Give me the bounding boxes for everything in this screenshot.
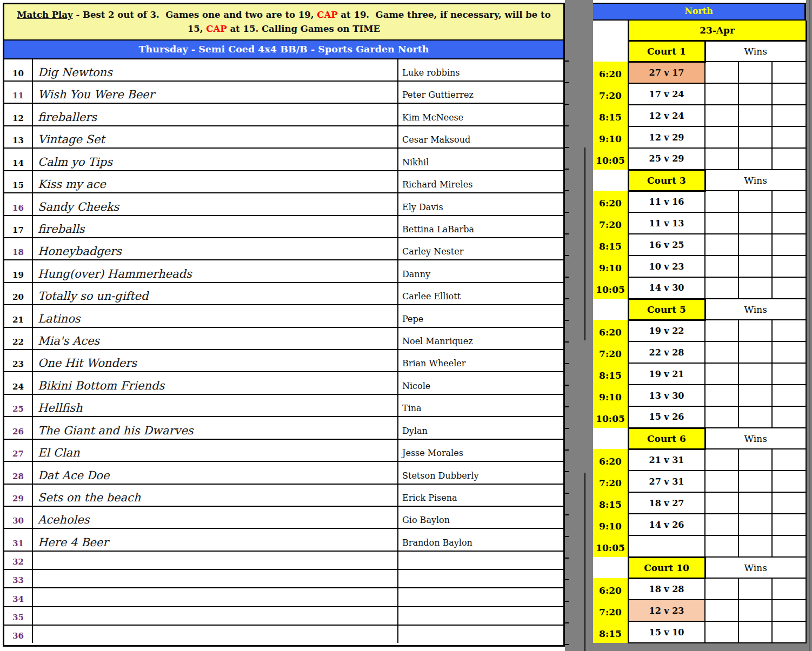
match-cell[interactable]: 14 v 30 bbox=[628, 277, 705, 299]
win-cell[interactable] bbox=[738, 62, 772, 83]
team-name-cell[interactable]: Latinos bbox=[32, 305, 398, 327]
captain-cell[interactable]: Peter Guttierrez bbox=[398, 81, 563, 103]
captain-cell[interactable] bbox=[398, 588, 563, 606]
captain-cell[interactable]: Ely Davis bbox=[398, 193, 563, 215]
win-cell[interactable] bbox=[772, 212, 806, 234]
match-cell[interactable]: 21 v 31 bbox=[628, 449, 705, 471]
win-cell[interactable] bbox=[772, 83, 806, 105]
captain-cell[interactable]: Nicole bbox=[398, 372, 563, 394]
match-cell[interactable]: 18 v 27 bbox=[628, 492, 705, 514]
team-name-cell[interactable]: One Hit Wonders bbox=[32, 350, 398, 372]
win-cell[interactable] bbox=[772, 492, 806, 514]
team-name-cell[interactable]: Kiss my ace bbox=[32, 171, 398, 193]
win-cell[interactable] bbox=[705, 600, 738, 621]
team-name-cell[interactable]: The Giant and his Dwarves bbox=[32, 417, 398, 439]
win-cell[interactable] bbox=[772, 105, 806, 126]
match-cell[interactable]: 15 v 26 bbox=[628, 406, 705, 428]
team-name-cell[interactable] bbox=[32, 588, 398, 606]
team-name-cell[interactable]: Dig Newtons bbox=[32, 59, 398, 81]
captain-cell[interactable]: Jesse Morales bbox=[398, 439, 563, 461]
win-cell[interactable] bbox=[705, 535, 738, 557]
team-name-cell[interactable] bbox=[32, 625, 398, 643]
win-cell[interactable] bbox=[705, 234, 738, 256]
win-cell[interactable] bbox=[772, 191, 806, 212]
win-cell[interactable] bbox=[738, 600, 772, 621]
team-name-cell[interactable]: El Clan bbox=[32, 439, 398, 461]
match-cell[interactable]: 25 v 29 bbox=[628, 148, 705, 170]
captain-cell[interactable]: Erick Pisena bbox=[398, 484, 563, 506]
captain-cell[interactable]: Danny bbox=[398, 260, 563, 282]
match-cell[interactable]: 19 v 22 bbox=[628, 320, 705, 341]
win-cell[interactable] bbox=[772, 256, 806, 277]
captain-cell[interactable]: Luke robbins bbox=[398, 59, 563, 81]
win-cell[interactable] bbox=[738, 83, 772, 105]
win-cell[interactable] bbox=[738, 514, 772, 535]
win-cell[interactable] bbox=[772, 578, 806, 600]
match-cell[interactable]: 12 v 23 bbox=[628, 600, 705, 621]
captain-cell[interactable]: Brandon Baylon bbox=[398, 528, 563, 551]
win-cell[interactable] bbox=[705, 148, 738, 170]
win-cell[interactable] bbox=[772, 363, 806, 385]
captain-cell[interactable]: Noel Manriquez bbox=[398, 327, 563, 350]
captain-cell[interactable]: Pepe bbox=[398, 305, 563, 327]
win-cell[interactable] bbox=[738, 578, 772, 600]
win-cell[interactable] bbox=[738, 492, 772, 514]
team-name-cell[interactable] bbox=[32, 607, 398, 625]
captain-cell[interactable] bbox=[398, 551, 563, 569]
match-cell[interactable]: 13 v 30 bbox=[628, 385, 705, 406]
win-cell[interactable] bbox=[705, 363, 738, 385]
win-cell[interactable] bbox=[772, 406, 806, 428]
team-name-cell[interactable]: Here 4 Beer bbox=[32, 528, 398, 551]
win-cell[interactable] bbox=[738, 363, 772, 385]
win-cell[interactable] bbox=[738, 471, 772, 492]
captain-cell[interactable]: Carlee Elliott bbox=[398, 283, 563, 305]
team-name-cell[interactable]: Mia's Aces bbox=[32, 327, 398, 350]
win-cell[interactable] bbox=[738, 320, 772, 341]
win-cell[interactable] bbox=[738, 535, 772, 557]
win-cell[interactable] bbox=[738, 406, 772, 428]
match-cell[interactable]: 12 v 24 bbox=[628, 105, 705, 126]
team-name-cell[interactable]: Sandy Cheeks bbox=[32, 193, 398, 215]
win-cell[interactable] bbox=[772, 320, 806, 341]
win-cell[interactable] bbox=[772, 148, 806, 170]
win-cell[interactable] bbox=[772, 535, 806, 557]
win-cell[interactable] bbox=[772, 471, 806, 492]
win-cell[interactable] bbox=[705, 492, 738, 514]
win-cell[interactable] bbox=[738, 341, 772, 363]
team-name-cell[interactable]: fireballs bbox=[32, 216, 398, 238]
win-cell[interactable] bbox=[738, 212, 772, 234]
win-cell[interactable] bbox=[738, 191, 772, 212]
win-cell[interactable] bbox=[738, 277, 772, 299]
win-cell[interactable] bbox=[772, 62, 806, 83]
match-cell[interactable] bbox=[628, 535, 705, 557]
match-cell[interactable]: 12 v 29 bbox=[628, 126, 705, 148]
win-cell[interactable] bbox=[772, 514, 806, 535]
match-cell[interactable]: 17 v 24 bbox=[628, 83, 705, 105]
team-name-cell[interactable]: fireballers bbox=[32, 103, 398, 125]
captain-cell[interactable]: Cesar Maksoud bbox=[398, 126, 563, 148]
team-name-cell[interactable]: Honeybadgers bbox=[32, 238, 398, 260]
match-cell[interactable]: 22 v 28 bbox=[628, 341, 705, 363]
win-cell[interactable] bbox=[772, 234, 806, 256]
win-cell[interactable] bbox=[772, 621, 806, 643]
win-cell[interactable] bbox=[705, 385, 738, 406]
captain-cell[interactable]: Nikhil bbox=[398, 148, 563, 170]
match-cell[interactable]: 14 v 26 bbox=[628, 514, 705, 535]
captain-cell[interactable] bbox=[398, 607, 563, 625]
win-cell[interactable] bbox=[705, 578, 738, 600]
captain-cell[interactable]: Carley Nester bbox=[398, 238, 563, 260]
captain-cell[interactable]: Brian Wheeler bbox=[398, 350, 563, 372]
win-cell[interactable] bbox=[738, 256, 772, 277]
team-name-cell[interactable]: Hellfish bbox=[32, 394, 398, 417]
win-cell[interactable] bbox=[772, 341, 806, 363]
win-cell[interactable] bbox=[705, 406, 738, 428]
win-cell[interactable] bbox=[705, 256, 738, 277]
captain-cell[interactable]: Stetson Dubberly bbox=[398, 461, 563, 484]
win-cell[interactable] bbox=[705, 105, 738, 126]
win-cell[interactable] bbox=[705, 320, 738, 341]
team-name-cell[interactable]: Aceholes bbox=[32, 506, 398, 528]
team-name-cell[interactable]: Bikini Bottom Friends bbox=[32, 372, 398, 394]
team-name-cell[interactable] bbox=[32, 569, 398, 588]
captain-cell[interactable] bbox=[398, 569, 563, 588]
match-cell[interactable]: 16 v 25 bbox=[628, 234, 705, 256]
